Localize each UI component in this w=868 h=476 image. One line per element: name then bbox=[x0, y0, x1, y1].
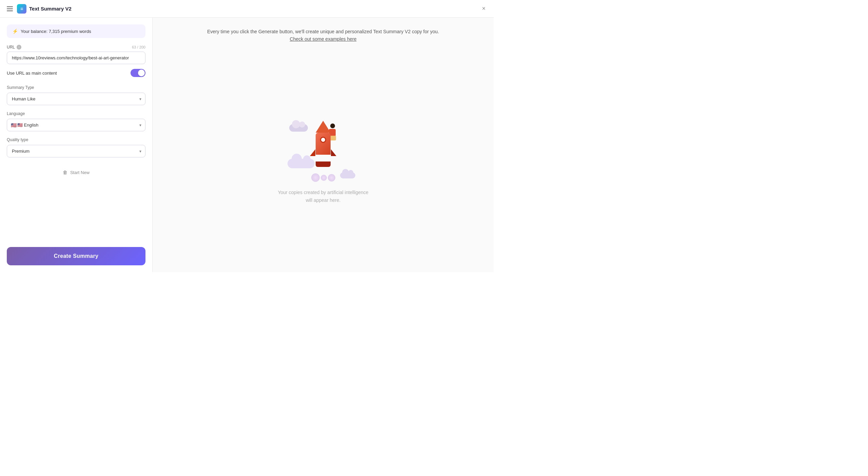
toggle-row: Use URL as main content bbox=[7, 68, 145, 78]
summary-type-dropdown-wrapper: Human Like Bullet Points Short Long ▾ bbox=[7, 93, 145, 105]
examples-link-text: Check out some examples here bbox=[290, 36, 357, 42]
language-select[interactable]: 🇺🇸 English 🇪🇸 Spanish 🇫🇷 French 🇩🇪 Germa… bbox=[7, 119, 145, 131]
exhaust-puff-2 bbox=[321, 175, 327, 181]
toggle-label: Use URL as main content bbox=[7, 71, 57, 76]
rocket-window bbox=[320, 137, 326, 143]
rocket-exhaust bbox=[311, 173, 335, 182]
start-new-label: Start New bbox=[70, 170, 90, 175]
lightning-icon: ⚡ bbox=[12, 28, 18, 34]
url-label-text: URL bbox=[7, 45, 15, 50]
cloud-top-left bbox=[289, 124, 308, 132]
cloud-bottom-right bbox=[340, 172, 355, 178]
empty-state-line1: Your copies created by artificial intell… bbox=[278, 189, 368, 197]
url-info-icon[interactable]: i bbox=[17, 45, 21, 50]
quality-type-label: Quality type bbox=[7, 137, 145, 142]
illustration-area: Your copies created by artificial intell… bbox=[278, 57, 368, 262]
create-summary-button[interactable]: Create Summary bbox=[7, 247, 145, 265]
app-header: ≡ Text Summary V2 × bbox=[0, 0, 494, 18]
language-label: Language bbox=[7, 111, 145, 116]
right-panel: Every time you click the Generate button… bbox=[153, 18, 494, 272]
balance-text: Your balance: 7,315 premium words bbox=[21, 29, 91, 34]
create-summary-label: Create Summary bbox=[54, 253, 98, 259]
header-left: ≡ Text Summary V2 bbox=[7, 4, 72, 14]
balance-banner: ⚡ Your balance: 7,315 premium words bbox=[7, 24, 145, 38]
empty-state-text: Your copies created by artificial intell… bbox=[278, 189, 368, 205]
quality-type-select[interactable]: Premium Standard bbox=[7, 145, 145, 157]
logo-icon: ≡ bbox=[17, 4, 26, 14]
rocket-fin-right bbox=[331, 149, 336, 156]
rocket-fin-left bbox=[310, 149, 315, 156]
summary-type-label: Summary Type bbox=[7, 85, 145, 90]
url-field-label: URL i 63 / 200 bbox=[7, 45, 145, 50]
person-head bbox=[330, 123, 335, 128]
top-message: Every time you click the Generate button… bbox=[204, 28, 442, 43]
app-title: Text Summary V2 bbox=[29, 6, 72, 12]
menu-icon[interactable] bbox=[7, 6, 13, 11]
left-panel: ⚡ Your balance: 7,315 premium words URL … bbox=[0, 18, 153, 272]
summary-type-select[interactable]: Human Like Bullet Points Short Long bbox=[7, 93, 145, 105]
use-url-toggle[interactable] bbox=[131, 69, 145, 77]
empty-state-line2: will appear here. bbox=[278, 196, 368, 205]
summary-type-group: Summary Type Human Like Bullet Points Sh… bbox=[7, 85, 145, 105]
start-new-button[interactable]: 🗑 Start New bbox=[7, 166, 145, 178]
rocket-fins-area bbox=[308, 155, 338, 161]
rocket-body bbox=[308, 121, 338, 161]
examples-link[interactable]: Check out some examples here bbox=[290, 36, 357, 42]
language-dropdown-wrapper: 🇺🇸 English 🇪🇸 Spanish 🇫🇷 French 🇩🇪 Germa… bbox=[7, 119, 145, 131]
quality-type-group: Quality type Premium Standard ▾ bbox=[7, 137, 145, 157]
trash-icon: 🗑 bbox=[63, 170, 67, 175]
rocket-cone bbox=[316, 121, 331, 133]
main-layout: ⚡ Your balance: 7,315 premium words URL … bbox=[0, 18, 494, 272]
top-message-text: Every time you click the Generate button… bbox=[207, 29, 439, 34]
exhaust-puff-3 bbox=[328, 174, 335, 182]
rocket-main bbox=[316, 133, 331, 155]
rocket-base bbox=[316, 161, 331, 167]
quality-type-dropdown-wrapper: Premium Standard ▾ bbox=[7, 145, 145, 157]
close-icon[interactable]: × bbox=[480, 4, 487, 14]
language-group: Language 🇺🇸 English 🇪🇸 Spanish 🇫🇷 French… bbox=[7, 111, 145, 131]
url-char-count: 63 / 200 bbox=[132, 45, 145, 49]
url-input[interactable] bbox=[7, 52, 145, 64]
app-logo: ≡ Text Summary V2 bbox=[17, 4, 72, 14]
rocket-illustration bbox=[286, 114, 360, 182]
exhaust-puff-1 bbox=[311, 173, 320, 182]
